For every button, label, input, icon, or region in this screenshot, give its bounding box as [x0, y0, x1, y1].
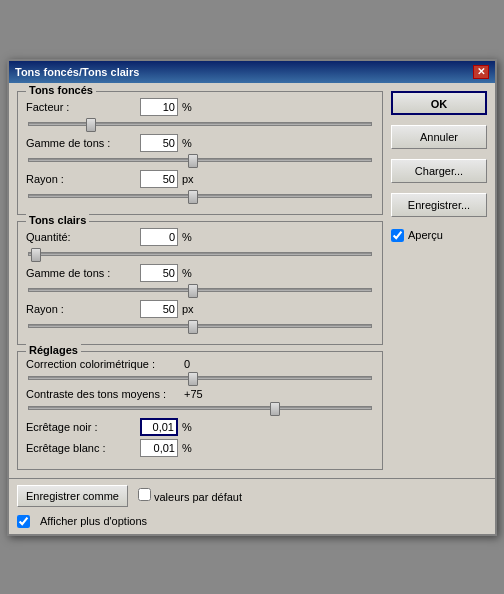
- contraste-slider-track[interactable]: [28, 406, 372, 410]
- enregistrer-button[interactable]: Enregistrer...: [391, 193, 487, 217]
- checkbox-valeurs-wrapper: valeurs par défaut: [138, 488, 242, 503]
- apercu-checkbox[interactable]: [391, 229, 404, 242]
- facteur-slider-row: [26, 120, 374, 128]
- gamme-fonces-slider-thumb[interactable]: [188, 154, 198, 168]
- tons-fonces-group: Tons foncés Facteur : % Gamme de tons :: [17, 91, 383, 215]
- correction-slider-track[interactable]: [28, 376, 372, 380]
- rayon-clairs-slider-row: [26, 322, 374, 330]
- quantite-slider-thumb[interactable]: [31, 248, 41, 262]
- charger-button[interactable]: Charger...: [391, 159, 487, 183]
- rayon-fonces-slider-thumb[interactable]: [188, 190, 198, 204]
- rayon-fonces-slider-row: [26, 192, 374, 200]
- correction-row: Correction colorimétrique : 0: [26, 358, 374, 370]
- rayon-clairs-slider-thumb[interactable]: [188, 320, 198, 334]
- contraste-label: Contraste des tons moyens :: [26, 388, 176, 400]
- valeurs-label[interactable]: valeurs par défaut: [154, 491, 242, 503]
- facteur-slider-thumb[interactable]: [86, 118, 96, 132]
- contraste-slider-row: [26, 404, 374, 412]
- bottom-bar: Enregistrer comme valeurs par défaut: [9, 478, 495, 513]
- contraste-row: Contraste des tons moyens : +75: [26, 388, 374, 400]
- gamme-clairs-unit: %: [182, 267, 198, 279]
- ecretage-noir-row: Ecrêtage noir : %: [26, 418, 374, 436]
- contraste-slider-thumb[interactable]: [270, 402, 280, 416]
- tons-clairs-group: Tons clairs Quantité: % Gamme de tons :: [17, 221, 383, 345]
- facteur-unit: %: [182, 101, 198, 113]
- afficher-bar: Afficher plus d'options: [9, 513, 495, 534]
- ecretage-noir-unit: %: [182, 421, 198, 433]
- quantite-slider-row: [26, 250, 374, 258]
- ecretage-blanc-unit: %: [182, 442, 198, 454]
- facteur-slider-track[interactable]: [28, 122, 372, 126]
- gamme-fonces-unit: %: [182, 137, 198, 149]
- reglages-group: Réglages Correction colorimétrique : 0 C…: [17, 351, 383, 470]
- ecretage-blanc-input[interactable]: [140, 439, 178, 457]
- facteur-row: Facteur : %: [26, 98, 374, 116]
- left-panel: Tons foncés Facteur : % Gamme de tons :: [17, 91, 383, 470]
- correction-label: Correction colorimétrique :: [26, 358, 176, 370]
- reglages-title: Réglages: [26, 344, 81, 356]
- gamme-fonces-label: Gamme de tons :: [26, 137, 136, 149]
- gamme-clairs-slider-track[interactable]: [28, 288, 372, 292]
- gamme-clairs-row: Gamme de tons : %: [26, 264, 374, 282]
- dialog-body: Tons foncés Facteur : % Gamme de tons :: [9, 83, 495, 478]
- gamme-clairs-slider-row: [26, 286, 374, 294]
- enregistrer-comme-button[interactable]: Enregistrer comme: [17, 485, 128, 507]
- ecretage-blanc-label: Ecrêtage blanc :: [26, 442, 136, 454]
- ecretage-noir-label: Ecrêtage noir :: [26, 421, 136, 433]
- correction-slider-row: [26, 374, 374, 382]
- quantite-label: Quantité:: [26, 231, 136, 243]
- tons-clairs-title: Tons clairs: [26, 214, 89, 226]
- rayon-clairs-slider-track[interactable]: [28, 324, 372, 328]
- tons-fonces-title: Tons foncés: [26, 84, 96, 96]
- dialog-title: Tons foncés/Tons clairs: [15, 66, 139, 78]
- ok-button[interactable]: OK: [391, 91, 487, 115]
- gamme-clairs-input[interactable]: [140, 264, 178, 282]
- apercu-row: Aperçu: [391, 229, 487, 242]
- facteur-label: Facteur :: [26, 101, 136, 113]
- correction-slider-thumb[interactable]: [188, 372, 198, 386]
- rayon-clairs-input[interactable]: [140, 300, 178, 318]
- gamme-fonces-input[interactable]: [140, 134, 178, 152]
- gamme-fonces-row: Gamme de tons : %: [26, 134, 374, 152]
- rayon-clairs-label: Rayon :: [26, 303, 136, 315]
- gamme-fonces-slider-row: [26, 156, 374, 164]
- gamme-clairs-slider-thumb[interactable]: [188, 284, 198, 298]
- facteur-input[interactable]: [140, 98, 178, 116]
- valeurs-checkbox[interactable]: [138, 488, 151, 501]
- rayon-fonces-input[interactable]: [140, 170, 178, 188]
- gamme-fonces-slider-track[interactable]: [28, 158, 372, 162]
- dialog: Tons foncés/Tons clairs ✕ Tons foncés Fa…: [7, 59, 497, 536]
- correction-value: 0: [184, 358, 190, 370]
- afficher-label[interactable]: Afficher plus d'options: [40, 515, 147, 527]
- rayon-fonces-unit: px: [182, 173, 198, 185]
- rayon-fonces-row: Rayon : px: [26, 170, 374, 188]
- ecretage-blanc-row: Ecrêtage blanc : %: [26, 439, 374, 457]
- rayon-fonces-slider-track[interactable]: [28, 194, 372, 198]
- quantite-input[interactable]: [140, 228, 178, 246]
- quantite-row: Quantité: %: [26, 228, 374, 246]
- gamme-clairs-label: Gamme de tons :: [26, 267, 136, 279]
- close-button[interactable]: ✕: [473, 65, 489, 79]
- contraste-value: +75: [184, 388, 203, 400]
- rayon-clairs-unit: px: [182, 303, 198, 315]
- afficher-checkbox[interactable]: [17, 515, 30, 528]
- title-bar: Tons foncés/Tons clairs ✕: [9, 61, 495, 83]
- enregistrer-comme-label: Enregistrer comme: [26, 490, 119, 502]
- annuler-button[interactable]: Annuler: [391, 125, 487, 149]
- quantite-slider-track[interactable]: [28, 252, 372, 256]
- quantite-unit: %: [182, 231, 198, 243]
- apercu-label[interactable]: Aperçu: [408, 229, 443, 241]
- rayon-clairs-row: Rayon : px: [26, 300, 374, 318]
- rayon-fonces-label: Rayon :: [26, 173, 136, 185]
- ecretage-noir-input[interactable]: [140, 418, 178, 436]
- right-panel: OK Annuler Charger... Enregistrer... Ape…: [391, 91, 487, 470]
